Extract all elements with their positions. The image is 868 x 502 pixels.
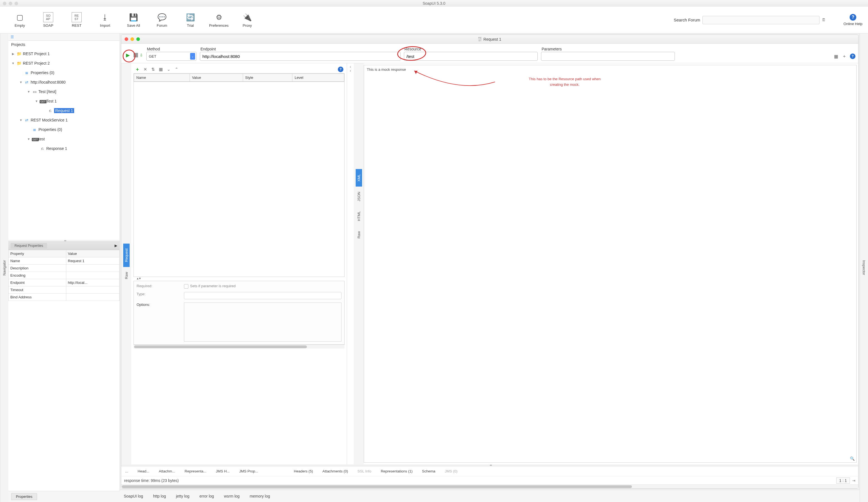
tree-node[interactable]: ▶📁REST Project 1	[10, 49, 118, 59]
error-log-tab[interactable]: error log	[199, 494, 214, 498]
request-properties-table[interactable]: PropertyValue NameRequest 1DescriptionEn…	[8, 250, 120, 301]
parameters-input[interactable]	[541, 52, 675, 61]
goto-end-icon[interactable]: ⇥	[852, 478, 856, 483]
stop-button[interactable]	[134, 53, 138, 57]
property-row[interactable]: NameRequest 1	[9, 257, 120, 264]
request-help-icon[interactable]: ?	[850, 53, 856, 59]
representations-right-tab[interactable]: Representations (1)	[381, 469, 413, 473]
json-tab[interactable]: JSON	[356, 187, 362, 207]
tree-node[interactable]: ⎌Response 1	[10, 144, 118, 153]
headers-left-tab[interactable]: Head...	[138, 469, 149, 473]
property-row[interactable]: Endpointhttp://local...	[9, 279, 120, 286]
add-assertion-icon[interactable]: ⇩	[140, 53, 143, 57]
pane-gutter[interactable]: ‹ ›	[347, 63, 354, 464]
resource-input[interactable]	[404, 52, 538, 61]
schema-tab[interactable]: Schema	[422, 469, 435, 473]
request-window: REST Request 1 ▶ ⇩ Method GET⌄ Endpoint	[121, 34, 858, 489]
attachments-right-tab[interactable]: Attachments (0)	[322, 469, 348, 473]
props-expand-icon[interactable]: ▶	[115, 243, 117, 248]
import-button[interactable]: ⭳Import	[91, 8, 119, 33]
request-title: REST Request 1	[121, 37, 858, 42]
online-help-button[interactable]: ? Online Help	[844, 14, 862, 26]
nav-icon[interactable]: ☰	[11, 35, 14, 39]
properties-tab[interactable]: Properties	[11, 493, 37, 500]
request-hscroll[interactable]	[121, 484, 858, 488]
request-address-bar: ▶ ⇩ Method GET⌄ Endpoint Resource	[121, 44, 858, 63]
endpoint-input[interactable]	[200, 52, 401, 61]
run-button[interactable]: ▶	[124, 51, 132, 59]
rest-button[interactable]: RESTREST	[62, 8, 91, 33]
save-all-button[interactable]: 💾Save All	[119, 8, 148, 33]
response-vtabs: XML JSON HTML Raw	[354, 63, 364, 464]
inspector-side-tab[interactable]: Inspector	[860, 33, 868, 502]
jms-right-tab[interactable]: JMS (0)	[445, 469, 458, 473]
property-row[interactable]: Description	[9, 264, 120, 272]
tree-node[interactable]: ⎌Request 1	[10, 106, 118, 115]
html-tab[interactable]: HTML	[356, 206, 362, 226]
trial-button[interactable]: 🔄Trial	[176, 8, 205, 33]
method-select[interactable]: GET⌄	[146, 52, 197, 61]
representations-left-tab[interactable]: Representa...	[185, 469, 206, 473]
property-row[interactable]: Timeout	[9, 286, 120, 293]
headers-right-tab[interactable]: Headers (5)	[294, 469, 313, 473]
method-field: Method GET⌄	[146, 47, 197, 61]
memory-log-tab[interactable]: memory log	[250, 494, 270, 498]
preferences-button[interactable]: ⚙Preferences	[205, 8, 233, 33]
type-input[interactable]	[184, 292, 341, 299]
param-table[interactable]: Name Value Style Level	[134, 73, 344, 82]
options-box[interactable]	[184, 303, 341, 342]
tree-node[interactable]: ▼📁REST Project 2	[10, 59, 118, 68]
xml-tab[interactable]: XML	[356, 169, 362, 187]
jms-prop-tab[interactable]: JMS Prop...	[239, 469, 258, 473]
tree-node[interactable]: ▼GETTest 1	[10, 96, 118, 106]
tree-node[interactable]: ▼GETtest	[10, 134, 118, 144]
annotation-text: This has to be the Resource path used wh…	[492, 76, 637, 87]
raw-tab[interactable]: Raw	[123, 267, 130, 284]
calendar-icon[interactable]: 🗓	[822, 18, 827, 23]
param-down-icon[interactable]: ⌄	[166, 67, 172, 72]
tree-node[interactable]: ▼⇄http://localhost:8080	[10, 77, 118, 87]
move-param-icon[interactable]: ⇅	[150, 67, 156, 72]
collapse-right-icon[interactable]: ›	[350, 69, 351, 73]
ssl-info-tab[interactable]: SSL Info	[358, 469, 371, 473]
collapse-left-icon[interactable]: ‹	[350, 65, 351, 69]
soap-button[interactable]: SOAPSOAP	[34, 8, 62, 33]
http-log-tab[interactable]: http log	[153, 494, 166, 498]
proxy-button[interactable]: 🔌Proxy	[233, 8, 261, 33]
jetty-log-tab[interactable]: jetty log	[176, 494, 189, 498]
request-left-vtabs: Request Raw	[121, 63, 131, 464]
empty-button[interactable]: ▢Empty	[6, 8, 34, 33]
add-param-icon[interactable]: ＋	[841, 53, 847, 59]
tree-node[interactable]: ▼▭Test [/test]	[10, 87, 118, 96]
request-tab[interactable]: Request	[123, 243, 130, 267]
attachments-left-tab[interactable]: Attachm...	[159, 469, 175, 473]
empty-icon: ▢	[15, 12, 25, 22]
nav-splitter[interactable]	[8, 240, 120, 241]
forum-button[interactable]: 💬Forum	[148, 8, 176, 33]
wsrm-log-tab[interactable]: wsrm log	[224, 494, 240, 498]
collapse-updown-icon[interactable]: ▲▼	[134, 277, 344, 281]
toggle-icon[interactable]: ▦	[833, 53, 839, 59]
add-param-button[interactable]: +	[135, 66, 140, 72]
property-row[interactable]: Bind Address	[9, 293, 120, 301]
required-checkbox[interactable]	[184, 284, 188, 289]
soapui-log-tab[interactable]: SoapUI log	[124, 494, 143, 498]
property-row[interactable]: Encoding	[9, 272, 120, 279]
tree-node[interactable]: ≣Properties (0)	[10, 68, 118, 77]
req-hsplitter[interactable]	[121, 464, 858, 466]
raw-response-tab[interactable]: Raw	[356, 226, 362, 243]
tree-node[interactable]: ▼⇄REST MockService 1	[10, 115, 118, 125]
left-hscroll[interactable]	[134, 345, 344, 348]
jms-h-tab[interactable]: JMS H...	[216, 469, 230, 473]
navigator-side-tab[interactable]: Navigator	[0, 33, 8, 502]
param-up-icon[interactable]: ⌃	[174, 67, 179, 72]
more-tab[interactable]: ...	[125, 469, 128, 473]
response-content[interactable]: This is a mock response This has to be t…	[364, 65, 857, 463]
param-options-icon[interactable]: ▦	[158, 67, 164, 72]
tree-node[interactable]: ≣Properties (0)	[10, 125, 118, 134]
search-forum-input[interactable]	[702, 16, 819, 24]
param-help-icon[interactable]: ?	[338, 66, 343, 72]
projects-tree[interactable]: ▶📁REST Project 1▼📁REST Project 2≣Propert…	[8, 49, 120, 240]
response-search-icon[interactable]: 🔍	[850, 456, 855, 461]
remove-param-button[interactable]: ✕	[143, 67, 148, 72]
